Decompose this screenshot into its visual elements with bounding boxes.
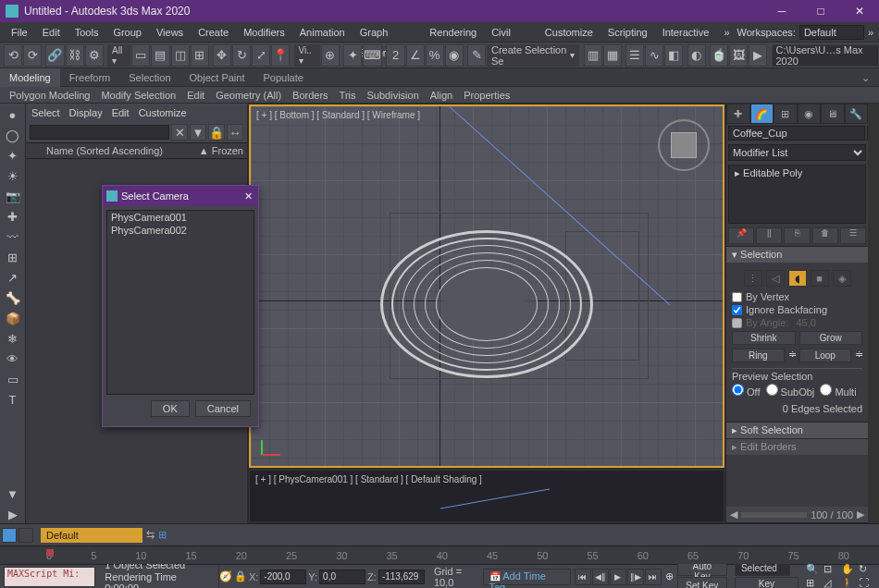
snap-angle-icon[interactable]: ∠: [406, 44, 425, 67]
project-path-field[interactable]: C:\Users\U…s Max 2020: [772, 44, 879, 67]
loop-button[interactable]: Loop: [799, 349, 852, 362]
menu-interactive[interactable]: Interactive: [655, 22, 717, 43]
maximize-button[interactable]: □: [801, 0, 840, 22]
viewport-layout-2-icon[interactable]: [19, 528, 33, 543]
menu-graph-editors[interactable]: Graph Editors: [353, 22, 423, 43]
display-text-icon[interactable]: T: [3, 390, 23, 409]
scene-filter-icon[interactable]: ▼: [190, 124, 206, 141]
redo-icon[interactable]: ⟳: [23, 44, 42, 67]
ribbon-sub-align[interactable]: Align: [427, 90, 456, 101]
command-panel-scrollbar[interactable]: [868, 104, 879, 523]
zoom-all-icon[interactable]: ⊡: [823, 563, 840, 576]
ribbon-sub-geometry[interactable]: Geometry (All): [212, 90, 285, 101]
by-vertex-check[interactable]: By Vertex: [732, 290, 862, 303]
dialog-ok-button[interactable]: OK: [151, 400, 190, 417]
menu-customize[interactable]: Customize: [538, 22, 600, 43]
cmd-tab-create-icon[interactable]: ✚: [726, 104, 750, 124]
edit-named-sel-icon[interactable]: ✎: [467, 44, 486, 67]
menu-edit[interactable]: Edit: [35, 22, 68, 43]
orbit-icon[interactable]: ↻: [859, 563, 875, 576]
ribbon-tab-populate[interactable]: Populate: [254, 68, 312, 87]
next-frame-icon[interactable]: ‖▶: [627, 569, 644, 585]
coord-x-input[interactable]: [260, 570, 306, 584]
menu-animation[interactable]: Animation: [292, 22, 353, 43]
material-editor-icon[interactable]: ◐: [687, 44, 706, 67]
close-button[interactable]: ✕: [840, 0, 879, 22]
camera-list-item[interactable]: PhysCamera002: [107, 224, 254, 237]
place-icon[interactable]: 📍: [271, 44, 290, 67]
camera-list[interactable]: PhysCamera001 PhysCamera002: [106, 210, 254, 395]
modifier-list-dropdown[interactable]: Modifier List: [728, 144, 866, 161]
filter-all-icon[interactable]: ●: [3, 105, 23, 124]
dialog-cancel-button[interactable]: Cancel: [195, 400, 251, 417]
curve-editor-icon[interactable]: ∿: [645, 44, 663, 67]
key-mode-icon[interactable]: ⊕: [665, 570, 674, 582]
cmd-tab-hierarchy-icon[interactable]: ⊞: [774, 104, 798, 124]
ribbon-sub-subdivision[interactable]: Subdivision: [364, 90, 423, 101]
minimize-button[interactable]: ─: [762, 0, 801, 22]
filter-containers-icon[interactable]: 📦: [3, 309, 23, 327]
ring-button[interactable]: Ring: [732, 349, 785, 362]
goto-end-icon[interactable]: ⏭: [645, 569, 662, 585]
select-region-icon[interactable]: ◫: [171, 44, 190, 67]
filter-bones-icon[interactable]: 🦴: [3, 288, 23, 307]
subobj-element-icon[interactable]: ◈: [833, 270, 851, 287]
maxscript-listener[interactable]: MAXScript Mi:: [4, 567, 95, 587]
zoom-extents-icon[interactable]: ⊞: [806, 577, 823, 588]
scene-col-name[interactable]: Name (Sorted Ascending): [30, 145, 197, 156]
filter-xrefs-icon[interactable]: ↗: [3, 268, 23, 287]
pin-stack-icon[interactable]: 📌: [728, 227, 754, 244]
ribbon-sub-polygon[interactable]: Polygon Modeling: [6, 90, 93, 101]
ribbon-tab-modeling[interactable]: Modeling: [0, 68, 60, 87]
ribbon-sub-borders[interactable]: Borders: [289, 90, 332, 101]
scene-menu-select[interactable]: Select: [31, 107, 60, 118]
cmd-tab-display-icon[interactable]: 🖥: [821, 104, 845, 124]
align-icon[interactable]: ▦: [603, 44, 622, 67]
scene-menu-display[interactable]: Display: [69, 107, 103, 118]
scene-menu-edit[interactable]: Edit: [112, 107, 130, 118]
key-filters-button[interactable]: Key Filters...: [735, 577, 799, 588]
viewport-top[interactable]: [ + ] [ Bottom ] [ Standard ] [ Wirefram…: [249, 104, 724, 468]
scene-expand-icon[interactable]: ▶: [3, 505, 23, 523]
coord-z-input[interactable]: [378, 570, 425, 584]
ribbon-tab-freeform[interactable]: Freeform: [60, 68, 120, 87]
unlink-icon[interactable]: ⛓: [66, 44, 84, 67]
preview-subobj-radio[interactable]: SubObj: [766, 384, 815, 398]
menu-file[interactable]: File: [4, 22, 35, 43]
ribbon-collapse-icon[interactable]: ⌄: [852, 68, 879, 87]
mirror-icon[interactable]: ▥: [584, 44, 602, 67]
abs-rel-icon[interactable]: 🧭: [219, 570, 232, 582]
shrink-button[interactable]: Shrink: [732, 331, 796, 345]
rollout-edit-borders-header[interactable]: ▸ Edit Borders: [726, 438, 868, 455]
select-icon[interactable]: ▭: [131, 44, 150, 67]
preview-multi-radio[interactable]: Multi: [820, 384, 856, 398]
panel-width-slider[interactable]: ◀100 / 100▶: [726, 507, 868, 523]
subobj-border-icon[interactable]: ◖: [788, 270, 807, 287]
menu-rendering[interactable]: Rendering: [422, 22, 484, 43]
render-icon[interactable]: ▶: [749, 44, 767, 67]
object-name-input[interactable]: [728, 126, 865, 141]
scene-search-clear-icon[interactable]: ✕: [171, 124, 188, 141]
viewport-bottom[interactable]: [ + ] [ PhysCamera001 ] [ Standard ] [ D…: [249, 470, 724, 523]
coord-system-dropdown[interactable]: Vi.. ▾: [294, 44, 320, 67]
scene-col-frozen[interactable]: ▲ Frozen: [197, 145, 243, 156]
workspaces-more-icon[interactable]: »: [868, 27, 873, 38]
render-setup-icon[interactable]: 🍵: [710, 44, 728, 67]
snap-percent-icon[interactable]: %: [426, 44, 444, 67]
scene-lock-icon[interactable]: 🔒: [208, 124, 225, 141]
scene-config-icon[interactable]: ▼: [3, 484, 23, 503]
layout-swap-icon[interactable]: ⇆: [146, 529, 155, 541]
camera-list-item[interactable]: PhysCamera001: [107, 211, 254, 224]
subobj-vertex-icon[interactable]: ⋮: [744, 270, 762, 287]
snap-2d-icon[interactable]: 2: [386, 44, 404, 67]
link-icon[interactable]: 🔗: [45, 44, 64, 67]
filter-frozen-icon[interactable]: ❄: [3, 329, 23, 348]
filter-cameras-icon[interactable]: 📷: [3, 187, 23, 205]
scene-menu-customize[interactable]: Customize: [139, 107, 187, 118]
scene-sync-icon[interactable]: ↔: [227, 124, 243, 141]
filter-geometry-icon[interactable]: ◯: [3, 126, 23, 144]
rollout-selection-header[interactable]: ▾ Selection: [726, 246, 868, 263]
subobj-polygon-icon[interactable]: ■: [811, 270, 829, 287]
layer-icon[interactable]: ☰: [625, 44, 644, 67]
goto-start-icon[interactable]: ⏮: [575, 569, 591, 585]
